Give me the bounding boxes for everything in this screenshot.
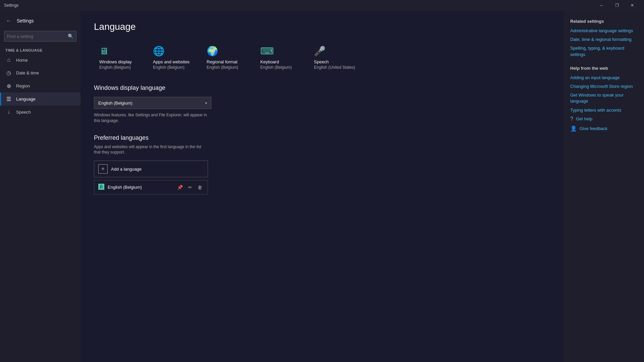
sidebar-app-title: Settings	[17, 18, 34, 23]
windows-display-sub: English (Belgium)	[99, 65, 131, 70]
regional-format-icon: 🌍	[207, 46, 218, 57]
speech-sym-icon: 🎤	[314, 46, 326, 57]
display-lang-value: English (Belgium)	[98, 101, 132, 106]
regional-format-sub: English (Belgium)	[207, 65, 238, 70]
sidebar-item-region[interactable]: ⊕ Region	[0, 79, 80, 93]
icon-grid: 🖥 Windows display English (Belgium) 🌐 Ap…	[94, 42, 550, 74]
keyboard-label: Keyboard	[260, 59, 279, 64]
sidebar-header: ← Settings	[0, 13, 80, 28]
lang-item-left: 🅰 English (Belgium)	[98, 184, 142, 191]
help-link-add-input[interactable]: Adding an input language	[570, 75, 637, 81]
sidebar-item-label-date-time: Date & time	[16, 70, 39, 75]
sidebar: ← Settings 🔍 Time & Language ⌂ Home ◷ Da…	[0, 11, 80, 362]
apps-websites-icon: 🌐	[153, 46, 165, 57]
give-feedback-label: Give feedback	[580, 126, 607, 131]
windows-display-icon: 🖥	[99, 46, 109, 57]
icon-item-windows-display[interactable]: 🖥 Windows display English (Belgium)	[94, 42, 148, 74]
keyboard-icon: ⌨	[260, 46, 274, 57]
sidebar-item-home[interactable]: ⌂ Home	[0, 54, 80, 66]
sidebar-item-language[interactable]: ☰ Language	[0, 93, 80, 106]
help-link-typing[interactable]: Typing letters with accents	[570, 107, 637, 113]
give-feedback-icon: 👤	[570, 125, 577, 132]
get-help-icon: ?	[570, 116, 573, 122]
icon-item-keyboard[interactable]: ⌨ Keyboard English (Belgium)	[255, 42, 309, 74]
page-title: Language	[94, 21, 550, 32]
date-time-icon: ◷	[5, 70, 12, 76]
get-help-label: Get help	[576, 116, 592, 121]
search-box[interactable]: 🔍	[4, 31, 76, 42]
search-input[interactable]	[7, 34, 68, 39]
sidebar-item-date-time[interactable]: ◷ Date & time	[0, 66, 80, 79]
titlebar: Settings ─ ❐ ✕	[0, 0, 644, 11]
get-help-item[interactable]: ? Get help	[570, 116, 637, 122]
region-icon: ⊕	[5, 83, 12, 89]
sidebar-item-speech[interactable]: ↓ Speech	[0, 106, 80, 118]
home-icon: ⌂	[5, 57, 12, 63]
windows-display-label: Windows display	[99, 59, 132, 64]
speech-label: Speech	[314, 59, 329, 64]
sidebar-item-label-region: Region	[16, 83, 30, 88]
sidebar-item-label-language: Language	[16, 97, 36, 102]
help-link-speak[interactable]: Get Windows to speak your language	[570, 92, 637, 104]
icon-item-apps-websites[interactable]: 🌐 Apps and websites English (Belgium)	[148, 42, 201, 74]
plus-icon: +	[98, 164, 108, 174]
apps-websites-sub: English (Belgium)	[153, 65, 184, 70]
regional-format-label: Regional format	[207, 59, 237, 64]
keyboard-sub: English (Belgium)	[260, 65, 292, 70]
preferred-section-title: Preferred languages	[94, 134, 550, 141]
display-lang-hint: Windows features, like Settings and File…	[94, 112, 211, 124]
search-icon: 🔍	[68, 34, 73, 39]
back-button[interactable]: ←	[4, 16, 13, 25]
related-link-admin-lang[interactable]: Administrative language settings	[570, 28, 637, 34]
add-language-button[interactable]: + Add a language	[94, 161, 208, 177]
lang-actions: 📌 ✏ 🗑	[176, 184, 204, 191]
lang-icon: 🅰	[98, 184, 104, 191]
icon-item-regional-format[interactable]: 🌍 Regional format English (Belgium)	[201, 42, 255, 74]
display-lang-section-title: Windows display language	[94, 84, 550, 92]
apps-websites-label: Apps and websites	[153, 59, 190, 64]
lang-remove-button[interactable]: 🗑	[196, 184, 204, 191]
chevron-down-icon: ▾	[205, 101, 207, 105]
titlebar-controls: ─ ❐ ✕	[594, 0, 640, 11]
speech-sub: English (United States)	[314, 65, 355, 70]
language-icon: ☰	[5, 96, 12, 102]
preferred-desc: Apps and websites will appear in the fir…	[94, 144, 208, 156]
app-container: ← Settings 🔍 Time & Language ⌂ Home ◷ Da…	[0, 11, 644, 362]
lang-options-button[interactable]: ✏	[187, 184, 194, 191]
minimize-button[interactable]: ─	[594, 0, 609, 11]
related-link-date-time[interactable]: Date, time & regional formatting	[570, 37, 637, 43]
restore-button[interactable]: ❐	[609, 0, 625, 11]
give-feedback-item[interactable]: 👤 Give feedback	[570, 125, 637, 132]
right-panel: Related settings Administrative language…	[564, 11, 644, 362]
speech-icon: ↓	[5, 109, 12, 115]
sidebar-item-label-home: Home	[16, 58, 28, 63]
sidebar-section-label: Time & Language	[0, 46, 80, 54]
add-lang-label: Add a language	[111, 167, 142, 172]
lang-pin-button[interactable]: 📌	[176, 184, 184, 191]
help-from-web-title: Help from the web	[570, 66, 637, 71]
help-link-ms-store[interactable]: Changing Microsoft Store region	[570, 83, 637, 89]
display-lang-dropdown[interactable]: English (Belgium) ▾	[94, 97, 211, 109]
related-settings-title: Related settings	[570, 19, 637, 24]
close-button[interactable]: ✕	[625, 0, 640, 11]
sidebar-item-label-speech: Speech	[16, 110, 31, 115]
language-list-item-english-belgium: 🅰 English (Belgium) 📌 ✏ 🗑	[94, 180, 208, 194]
titlebar-title: Settings	[4, 3, 594, 8]
related-link-spelling[interactable]: Spelling, typing, & keyboard settings	[570, 45, 637, 57]
lang-name: English (Belgium)	[108, 185, 142, 190]
main-content: Language 🖥 Windows display English (Belg…	[80, 11, 564, 362]
icon-item-speech[interactable]: 🎤 Speech English (United States)	[309, 42, 362, 74]
